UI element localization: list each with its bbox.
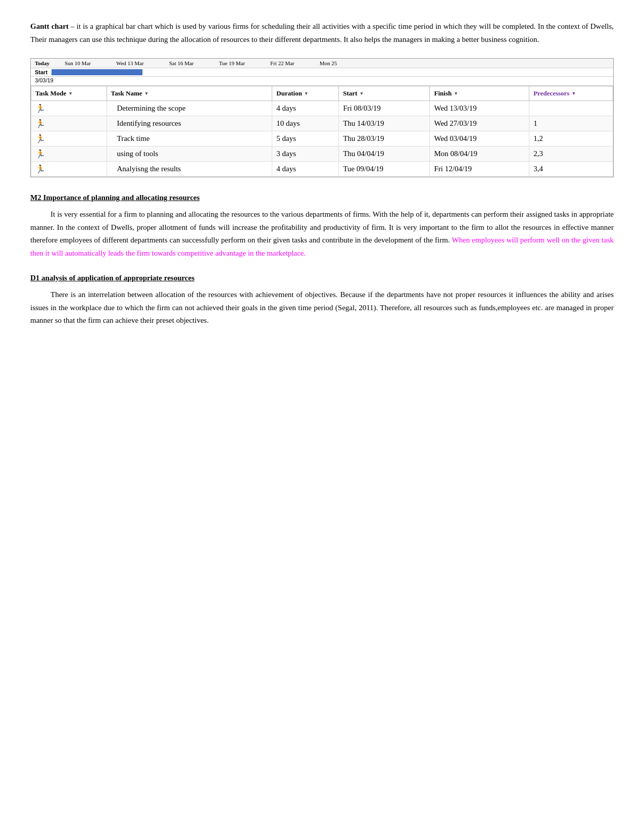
task-mode-cell: 🏃 [31,146,107,162]
predecessors-cell: 3,4 [529,162,613,177]
start-cell: Thu 28/03/19 [339,131,430,146]
th-finish[interactable]: Finish ▼ [430,86,529,101]
gantt-header-row: Task Mode ▼ Task Name ▼ Duration ▼ [31,86,613,101]
task-name-cell: Identifying resources [107,116,272,131]
finish-cell: Wed 13/03/19 [430,101,529,116]
date-4: Tue 19 Mar [219,60,245,66]
task-mode-icon: 🏃 [35,119,45,128]
task-mode-cell: 🏃 [31,131,107,146]
gantt-bar [52,69,142,75]
d1-heading: D1 analysis of application of appropriat… [30,274,614,282]
gantt-term: Gantt chart [30,22,69,30]
duration-cell: 10 days [272,116,339,131]
finish-cell: Mon 08/04/19 [430,146,529,162]
finish-dropdown-arrow[interactable]: ▼ [454,91,458,96]
gantt-table: Task Mode ▼ Task Name ▼ Duration ▼ [31,86,613,177]
start-cell: Tue 09/04/19 [339,162,430,177]
table-row: 🏃using of tools3 daysThu 04/04/19Mon 08/… [31,146,613,162]
table-row: 🏃Track time5 daysThu 28/03/19Wed 03/04/1… [31,131,613,146]
task-mode-dropdown-arrow[interactable]: ▼ [68,91,73,96]
m2-paragraph: It is very essential for a firm to plann… [30,208,614,260]
task-mode-cell: 🏃 [31,116,107,131]
gantt-timeline-strip: Today Sun 10 Mar Wed 13 Mar Sat 16 Mar T… [31,59,613,68]
predecessors-cell: 1,2 [529,131,613,146]
duration-dropdown-arrow[interactable]: ▼ [304,91,309,96]
task-name-cell: Analyisng the results [107,162,272,177]
finish-cell: Fri 12/04/19 [430,162,529,177]
task-mode-icon: 🏃 [35,165,45,173]
duration-cell: 4 days [272,101,339,116]
task-mode-cell: 🏃 [31,162,107,177]
intro-definition: – it is a graphical bar chart which is u… [30,22,614,43]
table-row: 🏃Analyisng the results4 daysTue 09/04/19… [31,162,613,177]
task-name-cell: Determining the scope [107,101,272,116]
gantt-start-row: Start [31,68,613,77]
gantt-start-date: 3/03/19 [31,77,613,86]
table-row: 🏃Identifying resources10 daysThu 14/03/1… [31,116,613,131]
task-mode-icon: 🏃 [35,134,45,143]
start-cell: Thu 04/04/19 [339,146,430,162]
th-task-name[interactable]: Task Name ▼ [107,86,272,101]
date-6: Mon 25 [320,60,337,66]
duration-cell: 3 days [272,146,339,162]
th-start[interactable]: Start ▼ [339,86,430,101]
intro-paragraph: Gantt chart – it is a graphical bar char… [30,20,614,46]
task-mode-icon: 🏃 [35,104,45,113]
task-name-dropdown-arrow[interactable]: ▼ [144,91,149,96]
predecessors-cell [529,101,613,116]
th-duration[interactable]: Duration ▼ [272,86,339,101]
th-task-mode[interactable]: Task Mode ▼ [31,86,107,101]
m2-heading: M2 Importance of planning and allocating… [30,193,614,202]
th-predecessors[interactable]: Predecessors ▼ [529,86,613,101]
duration-cell: 5 days [272,131,339,146]
gantt-chart: Today Sun 10 Mar Wed 13 Mar Sat 16 Mar T… [30,58,614,177]
date-1: Sun 10 Mar [65,60,91,66]
date-2: Wed 13 Mar [116,60,144,66]
start-cell: Thu 14/03/19 [339,116,430,131]
task-name-cell: Track time [107,131,272,146]
date-3: Sat 16 Mar [169,60,194,66]
start-dropdown-arrow[interactable]: ▼ [359,91,364,96]
predecessors-cell: 1 [529,116,613,131]
d1-paragraph: There is an interrelation between alloca… [30,288,614,327]
task-mode-icon: 🏃 [35,150,45,158]
date-5: Fri 22 Mar [270,60,294,66]
start-label: Start [35,69,47,75]
table-row: 🏃Determining the scope4 daysFri 08/03/19… [31,101,613,116]
finish-cell: Wed 27/03/19 [430,116,529,131]
task-mode-cell: 🏃 [31,101,107,116]
duration-cell: 4 days [272,162,339,177]
task-name-cell: using of tools [107,146,272,162]
predecessors-dropdown-arrow[interactable]: ▼ [571,91,576,96]
today-label: Today [35,60,49,66]
finish-cell: Wed 03/04/19 [430,131,529,146]
start-cell: Fri 08/03/19 [339,101,430,116]
predecessors-cell: 2,3 [529,146,613,162]
